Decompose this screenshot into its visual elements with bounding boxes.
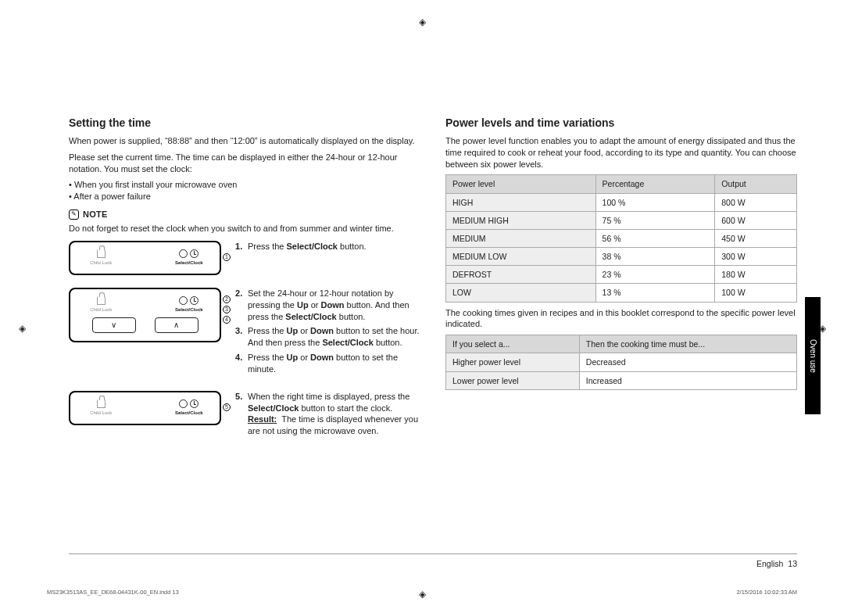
step-list-2: Set the 24-hour or 12-hour notation by p…	[235, 288, 420, 378]
left-column: Setting the time When power is supplied,…	[69, 116, 420, 440]
select-clock-icon	[183, 295, 195, 306]
step-list-1: Press the Select/Clock button.	[235, 241, 420, 256]
power-level-table: Power level Percentage Output HIGH100 %8…	[445, 174, 797, 302]
up-button-icon: ∧	[155, 317, 198, 333]
control-panel-diagram-2: Child Lock Select/Clock ∨ ∧ 2 3 4	[69, 288, 221, 342]
section-heading-power-levels: Power levels and time variations	[445, 116, 797, 131]
callout-2: 2	[223, 295, 231, 303]
col-then-time: Then the cooking time must be...	[579, 335, 796, 353]
note-header: ✎ NOTE	[69, 209, 420, 220]
callout-1: 1	[223, 253, 231, 261]
cooking-times-note: The cooking times given in recipes and i…	[445, 307, 797, 331]
table-row: LOW13 %100 W	[446, 284, 797, 302]
note-label: NOTE	[83, 209, 108, 220]
col-power-level: Power level	[446, 175, 596, 193]
print-metadata: MS23K3513AS_EE_DE68-04431K-00_EN.indd 13…	[47, 589, 797, 596]
indd-timestamp: 2/15/2016 10:02:33 AM	[736, 589, 797, 596]
section-side-tab: Oven use	[805, 297, 821, 414]
col-output: Output	[715, 175, 797, 193]
bullet-power-failure: After a power failure	[69, 191, 420, 202]
step-3: Press the Up or Down button to set the h…	[235, 325, 420, 349]
down-button-icon: ∨	[92, 317, 136, 333]
right-column: Power levels and time variations The pow…	[445, 116, 797, 440]
section-heading-setting-time: Setting the time	[69, 116, 420, 131]
callout-4: 4	[223, 316, 231, 324]
table-row: MEDIUM LOW38 %300 W	[446, 248, 797, 266]
control-panel-diagram-3: Child Lock Select/Clock 5	[69, 391, 221, 425]
step-5: When the right time is displayed, press …	[235, 391, 420, 437]
table-row: Higher power levelDecreased	[446, 353, 797, 371]
table-row: MEDIUM HIGH75 %600 W	[446, 211, 797, 229]
lock-icon	[95, 295, 107, 306]
child-lock-label: Child Lock	[90, 260, 112, 266]
bullet-install: When you first install your microwave ov…	[69, 179, 420, 191]
select-clock-icon	[183, 249, 195, 260]
table-row: Lower power levelIncreased	[446, 371, 797, 389]
result-label: Result:	[248, 414, 277, 424]
col-percentage: Percentage	[595, 175, 715, 193]
footer-language: English	[756, 559, 783, 568]
lock-icon	[95, 249, 107, 260]
power-intro-text: The power level function enables you to …	[445, 135, 797, 170]
select-clock-icon	[183, 399, 195, 410]
footer-page-number: 13	[788, 559, 797, 568]
step-2: Set the 24-hour or 12-hour notation by p…	[235, 288, 420, 323]
step-1: Press the Select/Clock button.	[235, 241, 420, 252]
intro-text-1: When power is supplied, “88:88” and then…	[69, 135, 420, 147]
clock-set-situations: When you first install your microwave ov…	[69, 179, 420, 202]
callout-3: 3	[223, 306, 231, 313]
callout-5: 5	[223, 403, 231, 411]
cooking-time-adjust-table: If you select a... Then the cooking time…	[445, 335, 797, 390]
table-row: DEFROST23 %180 W	[446, 266, 797, 284]
step-list-3: When the right time is displayed, press …	[235, 391, 420, 440]
select-clock-label: Select/Clock	[175, 260, 203, 266]
step-4: Press the Up or Down button to set the m…	[235, 352, 420, 375]
table-row: MEDIUM56 %450 W	[446, 229, 797, 247]
indd-filename: MS23K3513AS_EE_DE68-04431K-00_EN.indd 13	[47, 589, 179, 596]
note-text: Do not forget to reset the clock when yo…	[69, 223, 420, 235]
intro-text-2: Please set the current time. The time ca…	[69, 152, 420, 175]
page-footer: English 13	[69, 553, 797, 569]
col-if-select: If you select a...	[446, 335, 580, 353]
note-icon: ✎	[69, 210, 79, 220]
control-panel-diagram-1: Child Lock Select/Clock 1	[69, 241, 221, 275]
table-row: HIGH100 %800 W	[446, 193, 797, 211]
lock-icon	[95, 399, 107, 410]
